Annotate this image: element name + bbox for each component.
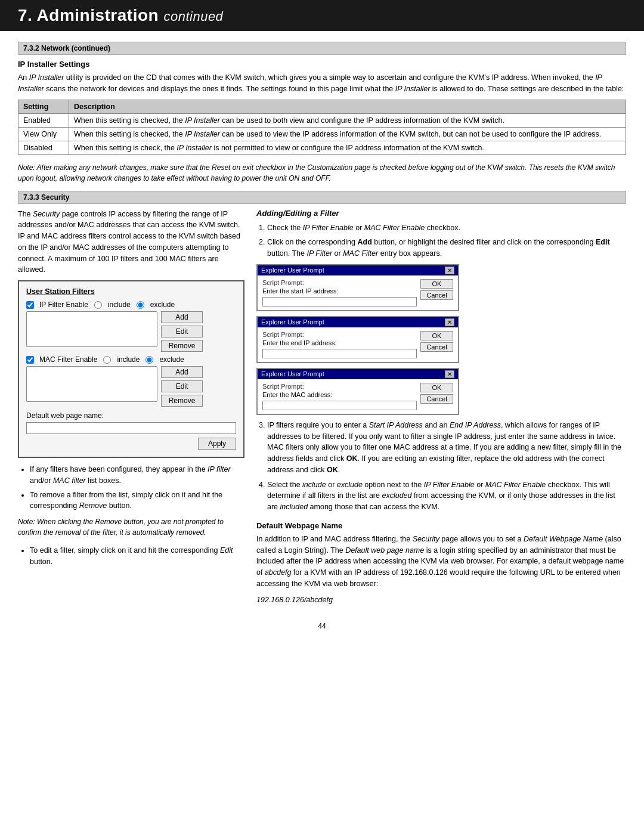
ip-filter-buttons: Add Edit Remove bbox=[161, 311, 203, 352]
default-webpage-name-title: Default Webpage Name bbox=[256, 521, 626, 530]
mac-filter-listbox[interactable] bbox=[26, 366, 157, 402]
bullet-edit-list: To edit a filter, simply click on it and… bbox=[18, 545, 244, 568]
ok-button-1[interactable]: OK bbox=[420, 279, 453, 289]
setting-enabled-desc: When this setting is checked, the IP Ins… bbox=[69, 113, 626, 127]
ip-installer-note: Note: After making any network changes, … bbox=[18, 162, 626, 184]
page-number: 44 bbox=[18, 622, 626, 630]
mac-add-button[interactable]: Add bbox=[161, 366, 203, 378]
cancel-button-3[interactable]: Cancel bbox=[420, 394, 453, 404]
setting-disabled-desc: When this setting is check, the IP Insta… bbox=[69, 141, 626, 154]
explorer-prompt-3-body: Script Prompt: Enter the MAC address: OK… bbox=[258, 379, 458, 414]
table-row: View Only When this setting is checked, … bbox=[18, 127, 626, 141]
ip-radio-group: include exclude bbox=[94, 301, 175, 309]
table-col-setting: Setting bbox=[18, 100, 69, 113]
table-row: Enabled When this setting is checked, th… bbox=[18, 113, 626, 127]
explorer-prompt-2-body: Script Prompt: Enter the end IP address:… bbox=[258, 327, 458, 362]
page-container: 7. Administration continued 7.3.2 Networ… bbox=[0, 0, 644, 648]
script-prompt-label-3: Script Prompt: bbox=[262, 383, 417, 390]
user-station-filters-box: User Station Filters IP Filter Enable in… bbox=[18, 280, 244, 458]
default-webpage-url: 192.168.0.126/abcdefg bbox=[256, 594, 626, 606]
step-3: IP filters require you to enter a Start … bbox=[267, 420, 626, 476]
security-two-col: The Security page controls IP access by … bbox=[18, 209, 626, 611]
setting-viewonly: View Only bbox=[18, 127, 69, 141]
mac-address-input[interactable] bbox=[262, 401, 417, 410]
mac-radio-group: include exclude bbox=[103, 355, 184, 364]
ip-add-button[interactable]: Add bbox=[161, 311, 203, 323]
mac-remove-button[interactable]: Remove bbox=[161, 395, 203, 407]
mac-edit-button[interactable]: Edit bbox=[161, 380, 203, 392]
ip-include-radio[interactable] bbox=[94, 301, 102, 309]
close-icon-2[interactable]: ✕ bbox=[445, 318, 454, 326]
mac-exclude-label: exclude bbox=[159, 355, 184, 364]
security-bullet-list: If any filters have been configured, the… bbox=[18, 464, 244, 512]
explorer-prompt-3: Explorer User Prompt ✕ Script Prompt: En… bbox=[256, 368, 459, 415]
cancel-button-1[interactable]: Cancel bbox=[420, 290, 453, 300]
default-webpage-input[interactable] bbox=[26, 422, 236, 434]
explorer-prompt-1-titlebar: Explorer User Prompt ✕ bbox=[258, 265, 458, 275]
explorer-prompt-1-buttons: OK Cancel bbox=[420, 279, 453, 306]
ip-filter-label: IP Filter Enable bbox=[39, 301, 88, 309]
ip-filter-checkbox[interactable] bbox=[26, 301, 34, 309]
explorer-prompt-1-content: Script Prompt: Enter the start IP addres… bbox=[262, 279, 417, 306]
section-733-header: 7.3.3 Security bbox=[18, 191, 626, 204]
cancel-button-2[interactable]: Cancel bbox=[420, 342, 453, 352]
explorer-prompt-2: Explorer User Prompt ✕ Script Prompt: En… bbox=[256, 316, 459, 363]
section-732-header: 7.3.2 Network (continued) bbox=[18, 42, 626, 55]
table-col-description: Description bbox=[69, 100, 626, 113]
security-left-col: The Security page controls IP access by … bbox=[18, 209, 244, 611]
bullet-ip-filter: If any filters have been configured, the… bbox=[30, 464, 244, 487]
content-area: 7.3.2 Network (continued) IP Installer S… bbox=[0, 42, 644, 648]
prompt-sublabel-3: Enter the MAC address: bbox=[262, 391, 417, 398]
bullet-remove-filter: To remove a filter from the list, simply… bbox=[30, 490, 244, 512]
step-4: Select the include or exclude option nex… bbox=[267, 479, 626, 513]
mac-filter-row: MAC Filter Enable include exclude bbox=[26, 355, 236, 364]
bullet-edit-filter: To edit a filter, simply click on it and… bbox=[30, 545, 244, 568]
ok-button-2[interactable]: OK bbox=[420, 331, 453, 340]
default-webpage-section: Default Webpage Name In addition to IP a… bbox=[256, 521, 626, 606]
explorer-prompt-2-titlebar: Explorer User Prompt ✕ bbox=[258, 317, 458, 327]
mac-include-label: include bbox=[117, 355, 140, 364]
ip-installer-table: Setting Description Enabled When this se… bbox=[18, 100, 626, 155]
adding-filter-steps: Check the IP Filter Enable or MAC Filter… bbox=[256, 222, 626, 259]
setting-enabled: Enabled bbox=[18, 113, 69, 127]
mac-filter-checkbox[interactable] bbox=[26, 356, 34, 364]
script-prompt-label-1: Script Prompt: bbox=[262, 279, 417, 286]
prompt-sublabel-1: Enter the start IP address: bbox=[262, 287, 417, 295]
adding-filter-title: Adding/Editing a Filter bbox=[256, 209, 626, 218]
ip-installer-title: IP Installer Settings bbox=[18, 60, 626, 69]
ok-button-3[interactable]: OK bbox=[420, 383, 453, 392]
mac-filter-buttons: Add Edit Remove bbox=[161, 366, 203, 407]
explorer-prompt-2-content: Script Prompt: Enter the end IP address: bbox=[262, 331, 417, 358]
setting-viewonly-desc: When this setting is checked, the IP Ins… bbox=[69, 127, 626, 141]
apply-button[interactable]: Apply bbox=[198, 438, 236, 450]
step-2: Click on the corresponding Add button, o… bbox=[267, 237, 626, 259]
explorer-prompt-3-titlebar: Explorer User Prompt ✕ bbox=[258, 369, 458, 379]
ip-remove-button[interactable]: Remove bbox=[161, 340, 203, 352]
adding-filter-steps-continued: IP filters require you to enter a Start … bbox=[256, 420, 626, 513]
step-1: Check the IP Filter Enable or MAC Filter… bbox=[267, 222, 626, 234]
mac-include-radio[interactable] bbox=[103, 356, 111, 364]
table-row: Disabled When this setting is check, the… bbox=[18, 141, 626, 154]
ip-edit-button[interactable]: Edit bbox=[161, 326, 203, 337]
explorer-prompt-3-buttons: OK Cancel bbox=[420, 383, 453, 410]
end-ip-input[interactable] bbox=[262, 349, 417, 358]
start-ip-input[interactable] bbox=[262, 297, 417, 306]
page-header: 7. Administration continued bbox=[0, 0, 644, 31]
explorer-prompt-2-buttons: OK Cancel bbox=[420, 331, 453, 358]
filters-box-title: User Station Filters bbox=[26, 287, 236, 296]
security-right-col: Adding/Editing a Filter Check the IP Fil… bbox=[256, 209, 626, 611]
close-icon-1[interactable]: ✕ bbox=[445, 267, 454, 274]
close-icon-3[interactable]: ✕ bbox=[445, 370, 454, 378]
mac-exclude-radio[interactable] bbox=[145, 356, 153, 364]
ip-exclude-radio[interactable] bbox=[137, 301, 144, 309]
ip-filter-listbox[interactable] bbox=[26, 311, 157, 347]
default-webpage-row: Default web page name: bbox=[26, 411, 236, 420]
page-title: 7. Administration continued bbox=[18, 6, 626, 25]
note-remove: Note: When clicking the Remove button, y… bbox=[18, 516, 244, 538]
explorer-prompt-1-body: Script Prompt: Enter the start IP addres… bbox=[258, 275, 458, 310]
apply-row: Apply bbox=[26, 438, 236, 450]
mac-filter-list-area: Add Edit Remove bbox=[26, 366, 236, 407]
ip-exclude-label: exclude bbox=[150, 301, 175, 309]
prompt-sublabel-2: Enter the end IP address: bbox=[262, 339, 417, 346]
ip-installer-intro: An IP Installer utility is provided on t… bbox=[18, 72, 626, 95]
